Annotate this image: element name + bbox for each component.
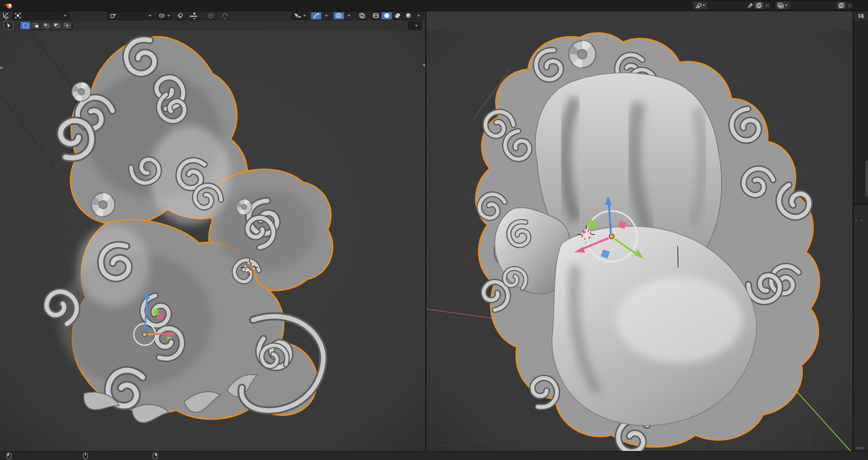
- gizmo-group: [311, 12, 331, 20]
- viewport-header: [0, 11, 425, 20]
- shading-mode-group: [370, 12, 424, 20]
- shading-solid-button[interactable]: [382, 12, 392, 19]
- view-layer-selector[interactable]: [775, 1, 854, 10]
- viewport-canvas-right[interactable]: [426, 31, 853, 451]
- smooth-falloff-icon: [221, 12, 228, 18]
- workspace-tabs: [77, 0, 86, 11]
- pivot-point-dropdown[interactable]: [156, 12, 173, 20]
- object-mode-icon: [15, 13, 21, 19]
- select-mode-subtract[interactable]: [41, 22, 52, 29]
- overlays-dropdown[interactable]: [344, 12, 354, 19]
- rendered-icon: [406, 13, 411, 19]
- chevron-down-icon: [703, 5, 705, 6]
- active-tool-select-box[interactable]: [4, 21, 14, 30]
- chevron-down-icon: [303, 15, 306, 17]
- select-mode-invert[interactable]: [52, 22, 62, 29]
- topbar: [0, 0, 868, 11]
- transform-orientation-dropdown[interactable]: [107, 12, 154, 20]
- resize-handles[interactable]: ›‹: [854, 217, 868, 223]
- shading-dropdown[interactable]: [414, 12, 423, 19]
- viewport-canvas-left[interactable]: [0, 31, 425, 451]
- hint-rotate-view: [83, 452, 91, 460]
- visibility-dropdown[interactable]: [291, 12, 309, 20]
- scene-icon: [695, 3, 702, 9]
- pivot-icon: [159, 13, 165, 19]
- proportional-edit-group: [205, 12, 233, 20]
- hint-context-menu: [152, 452, 161, 460]
- remove-view-layer-icon[interactable]: [847, 3, 852, 8]
- snap-toggle[interactable]: [175, 12, 186, 19]
- chevron-down-icon: [5, 18, 8, 20]
- scene-selector[interactable]: [693, 1, 772, 10]
- view-layer-browse-button[interactable]: [775, 1, 790, 9]
- blender-logo-icon[interactable]: [4, 2, 13, 9]
- blender-window: ▸ ◂: [0, 0, 868, 460]
- show-gizmo-toggle[interactable]: [311, 12, 322, 19]
- mouse-middle-icon: [83, 452, 88, 460]
- overlays-icon: [335, 13, 342, 19]
- editor-3d-viewport-icon: [3, 12, 9, 18]
- new-scene-button[interactable]: [755, 2, 764, 9]
- right-editor-strip: ›‹: [854, 11, 868, 451]
- xray-icon: [359, 13, 365, 19]
- snap-with-dropdown[interactable]: [186, 12, 203, 19]
- orientation-icon: [110, 13, 116, 19]
- solid-icon: [384, 13, 390, 19]
- mode-selector[interactable]: [12, 12, 69, 20]
- toolbar-expand-arrow[interactable]: ▸: [0, 65, 3, 70]
- outliner-scrollbar[interactable]: [866, 160, 868, 197]
- viewport-right: [426, 11, 853, 451]
- chevron-down-icon: [193, 18, 196, 20]
- outliner-collapsed: [854, 11, 868, 205]
- hint-select: [6, 452, 15, 460]
- xray-toggle[interactable]: [356, 12, 368, 20]
- tool-settings-bar: [0, 20, 425, 31]
- add-workspace-button[interactable]: [77, 8, 86, 11]
- falloff-dropdown[interactable]: [217, 12, 233, 19]
- select-mode-intersect[interactable]: [62, 22, 72, 29]
- wireframe-icon: [373, 13, 379, 19]
- mouse-left-icon: [6, 452, 12, 460]
- properties-tabs: [854, 206, 868, 210]
- properties-collapsed: ›‹: [854, 206, 868, 451]
- z-axis-annotation: [678, 246, 678, 268]
- shading-material-button[interactable]: [392, 12, 403, 19]
- select-mode-set[interactable]: [20, 22, 31, 29]
- chevron-down-icon: [64, 15, 66, 17]
- chevron-down-icon: [149, 15, 151, 17]
- proportional-edit-icon: [208, 13, 214, 19]
- properties-scrollbar[interactable]: [855, 447, 864, 449]
- select-mode-extend[interactable]: [31, 22, 41, 29]
- outliner-editor-button[interactable]: [854, 11, 868, 21]
- overlays-group: [333, 12, 354, 20]
- chevron-down-icon: [167, 15, 170, 17]
- proportional-edit-toggle[interactable]: [206, 12, 217, 19]
- options-dropdown[interactable]: [408, 21, 422, 30]
- select-mode-group: [20, 21, 73, 30]
- shading-wireframe-button[interactable]: [371, 12, 382, 19]
- snap-increment-icon: [189, 12, 199, 18]
- material-preview-icon: [395, 13, 401, 19]
- cursor-select-icon: [6, 23, 12, 28]
- new-view-layer-button[interactable]: [837, 2, 846, 9]
- view-layer-icon: [778, 3, 784, 9]
- sidebar-expand-arrow[interactable]: ◂: [422, 62, 425, 67]
- scene-browse-button[interactable]: [693, 1, 708, 9]
- gizmo-icon: [313, 13, 320, 19]
- pin-icon[interactable]: [747, 3, 753, 9]
- chevron-down-icon: [785, 5, 788, 6]
- gizmo-dropdown[interactable]: [322, 12, 331, 19]
- status-bar: [0, 451, 868, 460]
- editor-type-button[interactable]: [2, 12, 10, 20]
- chevron-down-icon: [415, 25, 418, 27]
- shading-rendered-button[interactable]: [403, 12, 414, 19]
- viewport-left: ▸ ◂: [0, 11, 425, 451]
- render-visibility-column: [854, 21, 868, 24]
- outliner-icon: [858, 13, 864, 19]
- snap-group: [175, 12, 203, 20]
- chevron-down-icon: [223, 18, 226, 20]
- magnet-icon: [177, 13, 183, 19]
- show-overlays-toggle[interactable]: [334, 12, 344, 19]
- mouse-right-icon: [152, 452, 158, 460]
- unlink-scene-icon[interactable]: [765, 3, 770, 8]
